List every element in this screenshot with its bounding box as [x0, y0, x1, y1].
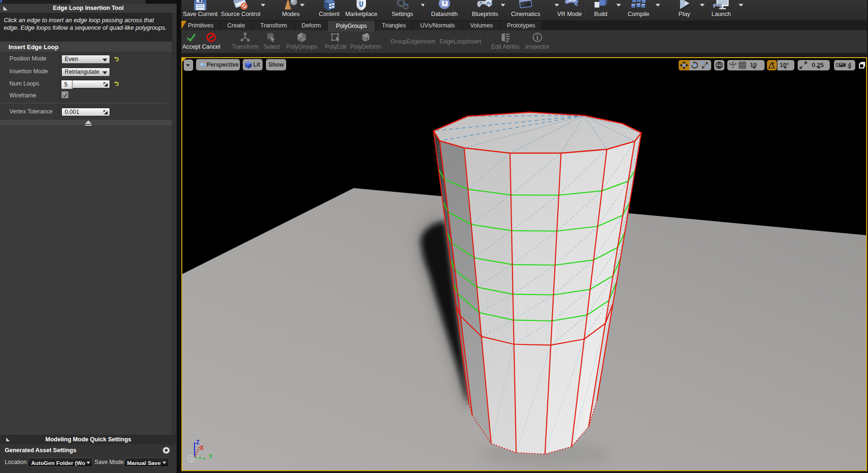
svg-text:X: X: [200, 445, 204, 451]
svg-text:Z: Z: [196, 439, 199, 446]
svg-text:Y: Y: [209, 453, 213, 460]
